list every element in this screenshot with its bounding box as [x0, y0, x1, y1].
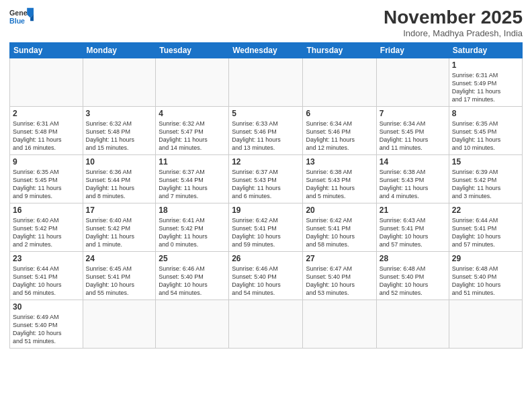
day-info: Sunrise: 6:32 AM Sunset: 5:48 PM Dayligh…	[86, 120, 153, 152]
calendar-cell: 9Sunrise: 6:35 AM Sunset: 5:45 PM Daylig…	[10, 155, 83, 203]
calendar-cell: 11Sunrise: 6:37 AM Sunset: 5:44 PM Dayli…	[156, 155, 229, 203]
day-number: 5	[232, 109, 300, 118]
day-number: 28	[380, 254, 446, 263]
calendar-cell	[10, 58, 83, 107]
day-info: Sunrise: 6:47 AM Sunset: 5:40 PM Dayligh…	[306, 265, 373, 298]
day-info: Sunrise: 6:48 AM Sunset: 5:40 PM Dayligh…	[452, 265, 519, 298]
day-number: 19	[232, 205, 300, 215]
svg-text:Blue: Blue	[9, 17, 25, 25]
calendar-week-4: 23Sunrise: 6:44 AM Sunset: 5:41 PM Dayli…	[10, 252, 523, 300]
day-info: Sunrise: 6:35 AM Sunset: 5:45 PM Dayligh…	[13, 168, 80, 201]
calendar-cell: 8Sunrise: 6:35 AM Sunset: 5:45 PM Daylig…	[449, 107, 522, 155]
day-header-monday: Monday	[83, 43, 156, 58]
calendar-cell	[229, 58, 303, 107]
calendar-cell: 10Sunrise: 6:36 AM Sunset: 5:44 PM Dayli…	[83, 155, 156, 203]
day-number: 29	[452, 254, 519, 263]
day-number: 12	[232, 157, 300, 167]
day-info: Sunrise: 6:43 AM Sunset: 5:41 PM Dayligh…	[380, 216, 446, 249]
calendar-cell	[83, 300, 156, 349]
day-number: 13	[306, 157, 373, 167]
day-number: 10	[86, 157, 153, 167]
calendar-cell	[156, 58, 229, 107]
calendar-cell: 2Sunrise: 6:31 AM Sunset: 5:48 PM Daylig…	[10, 107, 83, 155]
day-info: Sunrise: 6:41 AM Sunset: 5:42 PM Dayligh…	[159, 216, 226, 249]
calendar-week-2: 9Sunrise: 6:35 AM Sunset: 5:45 PM Daylig…	[10, 155, 523, 203]
calendar-cell: 24Sunrise: 6:45 AM Sunset: 5:41 PM Dayli…	[83, 252, 156, 300]
day-header-wednesday: Wednesday	[229, 43, 303, 58]
day-header-friday: Friday	[376, 43, 449, 58]
day-info: Sunrise: 6:44 AM Sunset: 5:41 PM Dayligh…	[13, 265, 80, 298]
logo-icon: General Blue	[9, 7, 34, 26]
calendar-cell	[83, 58, 156, 107]
calendar-cell: 28Sunrise: 6:48 AM Sunset: 5:40 PM Dayli…	[376, 252, 449, 300]
day-info: Sunrise: 6:37 AM Sunset: 5:44 PM Dayligh…	[159, 168, 226, 201]
day-number: 2	[13, 109, 80, 118]
day-info: Sunrise: 6:42 AM Sunset: 5:41 PM Dayligh…	[306, 216, 373, 249]
day-info: Sunrise: 6:40 AM Sunset: 5:42 PM Dayligh…	[13, 216, 80, 249]
day-header-thursday: Thursday	[303, 43, 376, 58]
day-number: 14	[380, 157, 446, 167]
calendar-cell	[156, 300, 229, 349]
day-info: Sunrise: 6:34 AM Sunset: 5:46 PM Dayligh…	[306, 120, 373, 152]
day-number: 25	[159, 254, 226, 263]
day-number: 24	[86, 254, 153, 263]
day-number: 8	[452, 109, 519, 118]
calendar-cell: 29Sunrise: 6:48 AM Sunset: 5:40 PM Dayli…	[449, 252, 522, 300]
calendar-cell: 1Sunrise: 6:31 AM Sunset: 5:49 PM Daylig…	[449, 58, 522, 107]
day-info: Sunrise: 6:49 AM Sunset: 5:40 PM Dayligh…	[13, 313, 80, 346]
calendar-cell: 19Sunrise: 6:42 AM Sunset: 5:41 PM Dayli…	[229, 203, 303, 252]
calendar-cell: 17Sunrise: 6:40 AM Sunset: 5:42 PM Dayli…	[83, 203, 156, 252]
day-info: Sunrise: 6:38 AM Sunset: 5:43 PM Dayligh…	[380, 168, 446, 201]
calendar-cell: 18Sunrise: 6:41 AM Sunset: 5:42 PM Dayli…	[156, 203, 229, 252]
day-number: 26	[232, 254, 300, 263]
calendar-cell: 15Sunrise: 6:39 AM Sunset: 5:42 PM Dayli…	[449, 155, 522, 203]
day-info: Sunrise: 6:48 AM Sunset: 5:40 PM Dayligh…	[380, 265, 446, 298]
calendar-cell: 7Sunrise: 6:34 AM Sunset: 5:45 PM Daylig…	[376, 107, 449, 155]
day-number: 21	[380, 205, 446, 215]
day-info: Sunrise: 6:31 AM Sunset: 5:49 PM Dayligh…	[452, 71, 519, 104]
calendar-table: SundayMondayTuesdayWednesdayThursdayFrid…	[9, 42, 523, 349]
day-number: 15	[452, 157, 519, 167]
day-number: 20	[306, 205, 373, 215]
calendar-cell: 3Sunrise: 6:32 AM Sunset: 5:48 PM Daylig…	[83, 107, 156, 155]
day-number: 1	[452, 60, 519, 70]
header: General Blue November 2025 Indore, Madhy…	[9, 7, 523, 38]
calendar-cell	[229, 300, 303, 349]
calendar-cell	[376, 58, 449, 107]
calendar-cell: 13Sunrise: 6:38 AM Sunset: 5:43 PM Dayli…	[303, 155, 376, 203]
day-info: Sunrise: 6:46 AM Sunset: 5:40 PM Dayligh…	[232, 265, 300, 298]
day-info: Sunrise: 6:37 AM Sunset: 5:43 PM Dayligh…	[232, 168, 300, 201]
logo: General Blue	[9, 7, 34, 26]
calendar-cell: 21Sunrise: 6:43 AM Sunset: 5:41 PM Dayli…	[376, 203, 449, 252]
calendar-cell: 5Sunrise: 6:33 AM Sunset: 5:46 PM Daylig…	[229, 107, 303, 155]
day-number: 7	[380, 109, 446, 118]
day-number: 23	[13, 254, 80, 263]
calendar-cell: 6Sunrise: 6:34 AM Sunset: 5:46 PM Daylig…	[303, 107, 376, 155]
title-block: November 2025 Indore, Madhya Pradesh, In…	[384, 7, 523, 38]
day-info: Sunrise: 6:33 AM Sunset: 5:46 PM Dayligh…	[232, 120, 300, 152]
day-info: Sunrise: 6:42 AM Sunset: 5:41 PM Dayligh…	[232, 216, 300, 249]
day-number: 27	[306, 254, 373, 263]
day-info: Sunrise: 6:38 AM Sunset: 5:43 PM Dayligh…	[306, 168, 373, 201]
calendar-cell: 4Sunrise: 6:32 AM Sunset: 5:47 PM Daylig…	[156, 107, 229, 155]
calendar-cell: 30Sunrise: 6:49 AM Sunset: 5:40 PM Dayli…	[10, 300, 83, 349]
day-info: Sunrise: 6:32 AM Sunset: 5:47 PM Dayligh…	[159, 120, 226, 152]
calendar-cell	[376, 300, 449, 349]
calendar-cell: 27Sunrise: 6:47 AM Sunset: 5:40 PM Dayli…	[303, 252, 376, 300]
day-number: 22	[452, 205, 519, 215]
day-header-sunday: Sunday	[10, 43, 83, 58]
day-number: 16	[13, 205, 80, 215]
day-header-saturday: Saturday	[449, 43, 522, 58]
calendar-week-1: 2Sunrise: 6:31 AM Sunset: 5:48 PM Daylig…	[10, 107, 523, 155]
day-number: 18	[159, 205, 226, 215]
calendar-header-row: SundayMondayTuesdayWednesdayThursdayFrid…	[10, 43, 523, 58]
day-info: Sunrise: 6:40 AM Sunset: 5:42 PM Dayligh…	[86, 216, 153, 249]
calendar-cell	[449, 300, 522, 349]
day-info: Sunrise: 6:36 AM Sunset: 5:44 PM Dayligh…	[86, 168, 153, 201]
day-header-tuesday: Tuesday	[156, 43, 229, 58]
month-title: November 2025	[384, 7, 523, 28]
calendar-cell	[303, 58, 376, 107]
calendar-cell: 12Sunrise: 6:37 AM Sunset: 5:43 PM Dayli…	[229, 155, 303, 203]
calendar-cell: 22Sunrise: 6:44 AM Sunset: 5:41 PM Dayli…	[449, 203, 522, 252]
day-info: Sunrise: 6:39 AM Sunset: 5:42 PM Dayligh…	[452, 168, 519, 201]
